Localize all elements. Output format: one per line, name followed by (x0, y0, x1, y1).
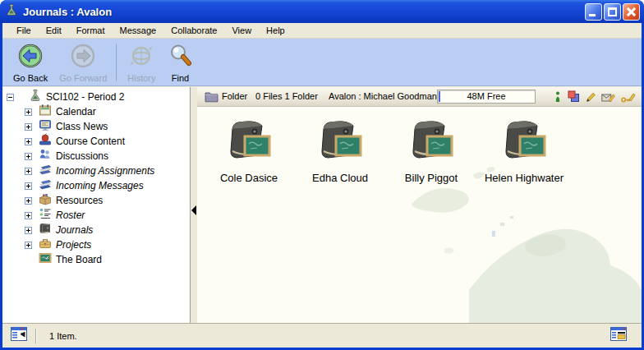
tree-item-journals[interactable]: Journals (2, 223, 190, 237)
toolbar-separator (116, 44, 117, 81)
tree-item-incoming-messages[interactable]: Incoming Messages (2, 178, 190, 193)
menu-bar: File Edit Format Message Collaborate Vie… (2, 23, 642, 39)
roster-icon (39, 207, 52, 223)
folder-header-bar: Folder 0 Files 1 Folder Avalon : Michael… (197, 87, 642, 107)
tree-item-label: Incoming Assignments (56, 165, 154, 177)
expand-expander-icon[interactable] (25, 242, 32, 249)
go-back-button[interactable]: Go Back (7, 41, 53, 85)
tree-item-label: Resources (56, 195, 103, 206)
journal-board-icon (500, 154, 548, 168)
app-window: Journals : Avalon File Edit Format Messa… (0, 0, 644, 350)
tree-item-label: The Board (56, 254, 102, 265)
collapse-arrow-icon[interactable] (191, 205, 196, 215)
apple-book-icon (39, 133, 52, 150)
books-icon (39, 177, 52, 194)
expand-expander-icon[interactable] (25, 227, 32, 234)
maximize-button[interactable] (604, 3, 621, 21)
key-pencil-icon[interactable] (621, 91, 636, 106)
expand-expander-icon[interactable] (25, 123, 32, 131)
journal-item-cole-dasice[interactable]: Cole Dasice (200, 118, 298, 184)
layout-panel-icon[interactable] (610, 327, 627, 344)
news-icon (39, 118, 52, 135)
journal-label: Billy Piggot (382, 172, 481, 184)
expand-expander-icon[interactable] (25, 182, 32, 190)
course-tree: SCI102 - Period 2 Calendar Class News Co… (2, 87, 191, 323)
box-icon (39, 192, 52, 209)
expand-expander-icon[interactable] (25, 138, 32, 145)
people-icon (39, 148, 52, 164)
menu-format[interactable]: Format (69, 24, 113, 38)
folder-content: Cole Dasice Edha Cloud Billy Piggot (197, 107, 642, 323)
history-button: History (122, 41, 161, 85)
close-button[interactable] (623, 3, 640, 21)
menu-edit[interactable]: Edit (39, 24, 69, 38)
titlebar[interactable]: Journals : Avalon (0, 0, 644, 23)
panel-splitter[interactable] (191, 87, 197, 323)
minimize-button[interactable] (585, 3, 602, 21)
find-magnifier-icon (168, 43, 194, 72)
expand-expander-icon[interactable] (25, 108, 32, 116)
pencil-icon[interactable] (586, 91, 596, 106)
statusbar-separator (35, 329, 36, 343)
tree-item-sci102[interactable]: SCI102 - Period 2 (2, 90, 190, 104)
mail-pencil-icon[interactable] (601, 91, 615, 106)
expand-expander-icon[interactable] (25, 197, 32, 205)
tree-item-discussions[interactable]: Discussions (2, 149, 190, 163)
tree-item-roster[interactable]: Roster (2, 208, 190, 223)
main-area: SCI102 - Period 2 Calendar Class News Co… (2, 87, 642, 323)
maximize-icon (608, 7, 617, 16)
tree-item-calendar[interactable]: Calendar (2, 104, 190, 119)
go-back-icon (17, 43, 44, 72)
find-button[interactable]: Find (162, 41, 200, 85)
tree-item-incoming-assignments[interactable]: Incoming Assignments (2, 163, 190, 178)
status-bar: 1 Item. (2, 323, 642, 348)
tree-item-label: Class News (56, 121, 108, 132)
tree-item-label: Roster (56, 210, 85, 221)
overlap-squares-icon[interactable] (568, 90, 580, 106)
free-space-meter: 48M Free (437, 90, 536, 104)
folder-panel: Folder 0 Files 1 Folder Avalon : Michael… (197, 87, 642, 323)
menu-file[interactable]: File (9, 24, 39, 38)
journal-item-helen-highwater[interactable]: Helen Highwater (475, 118, 573, 184)
menu-help[interactable]: Help (259, 24, 292, 38)
journal-board-icon (407, 154, 455, 168)
window-title: Journals : Avalon (23, 6, 583, 18)
history-label: History (127, 73, 155, 83)
flask-icon (29, 89, 42, 105)
expand-expander-icon[interactable] (25, 168, 32, 175)
menu-collaborate[interactable]: Collaborate (163, 24, 224, 38)
collapse-panel-icon[interactable] (11, 327, 27, 344)
toolbar: Go Back Go Forward History Find (2, 39, 642, 86)
journal-icon (39, 222, 52, 238)
journal-label: Helen Highwater (475, 172, 573, 184)
collapse-expander-icon[interactable] (7, 94, 14, 101)
tree-item-label: Calendar (56, 106, 96, 117)
tree-item-projects[interactable]: Projects (2, 237, 190, 252)
expand-expander-icon[interactable] (25, 212, 32, 219)
server-account-label: Avalon : Michael Goodman (329, 91, 437, 101)
tree-item-resources[interactable]: Resources (2, 193, 190, 208)
journal-label: Cole Dasice (200, 172, 298, 184)
go-forward-label: Go Forward (59, 73, 107, 83)
file-folder-counts: 0 Files 1 Folder (255, 91, 318, 101)
journal-item-edha-cloud[interactable]: Edha Cloud (291, 118, 389, 184)
person-icon[interactable] (554, 91, 562, 106)
expand-expander-icon[interactable] (25, 153, 32, 160)
journal-item-billy-piggot[interactable]: Billy Piggot (382, 118, 481, 184)
toolbox-icon (39, 237, 52, 253)
tree-item-the-board[interactable]: The Board (2, 252, 190, 267)
menu-message[interactable]: Message (113, 24, 164, 38)
books-icon (39, 163, 52, 179)
menu-view[interactable]: View (224, 24, 259, 38)
tree-item-label: Course Content (56, 136, 125, 147)
chalkboard-icon (39, 251, 52, 268)
journal-board-icon (225, 154, 273, 168)
tree-item-class-news[interactable]: Class News (2, 119, 190, 134)
tree-item-label: Discussions (56, 150, 108, 162)
tree-item-course-content[interactable]: Course Content (2, 134, 190, 149)
app-flask-icon (5, 3, 18, 20)
go-forward-button: Go Forward (53, 41, 113, 85)
find-label: Find (172, 73, 189, 83)
calendar-icon (39, 104, 52, 120)
tree-item-label: SCI102 - Period 2 (46, 91, 124, 103)
